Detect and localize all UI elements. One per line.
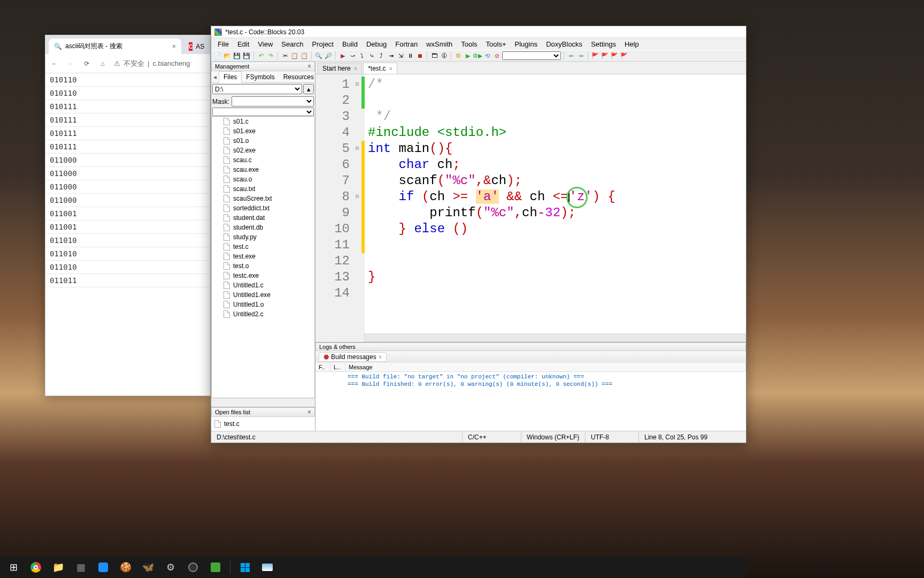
close-icon[interactable]: ×	[379, 354, 382, 360]
tab-files[interactable]: Files	[219, 71, 242, 83]
info-icon[interactable]: 🛈	[440, 51, 448, 60]
file-item[interactable]: scau.txt	[212, 184, 314, 194]
run-icon[interactable]: ▶	[464, 51, 472, 60]
file-item[interactable]: scauScree.txt	[212, 194, 314, 203]
tab-resources[interactable]: Resources	[279, 72, 318, 82]
close-icon[interactable]: ×	[307, 408, 311, 416]
tab-test-c[interactable]: *test.c ×	[363, 63, 397, 74]
hscroll[interactable]	[211, 398, 315, 407]
settings-icon[interactable]: ⚙	[160, 558, 181, 577]
task-view-icon[interactable]: ⊞	[3, 558, 24, 577]
run-to-cursor-icon[interactable]: ⤻	[348, 51, 357, 60]
replace-icon[interactable]: 🔎	[324, 51, 333, 60]
chrome-icon[interactable]	[26, 558, 46, 577]
file-item[interactable]: student.dat	[212, 213, 314, 223]
address-bar[interactable]: ⚠ 不安全 | c.biancheng	[114, 59, 206, 69]
menu-project[interactable]: Project	[308, 39, 338, 49]
app-icon[interactable]	[183, 558, 203, 577]
app-icon[interactable]: 🦋	[138, 558, 158, 577]
chrome-tab-1[interactable]: 🔍 ascii码对照表 - 搜索 ×	[49, 39, 181, 54]
path-select[interactable]: D:\	[212, 84, 302, 94]
open-files-list[interactable]: test.c	[211, 417, 315, 431]
build-icon[interactable]: ⚙	[454, 51, 463, 60]
filter-select[interactable]	[212, 108, 314, 116]
file-item[interactable]: sorteddict.txt	[212, 203, 314, 213]
new-icon[interactable]: 📄	[213, 51, 222, 60]
mask-select[interactable]	[232, 96, 314, 107]
file-item[interactable]: test.c	[212, 242, 314, 252]
menu-wxsmith[interactable]: wxSmith	[422, 39, 457, 49]
build-target-select[interactable]	[502, 51, 561, 60]
file-item[interactable]: s01.exe	[212, 126, 314, 136]
col-file[interactable]: F..	[315, 363, 330, 371]
file-list[interactable]: s01.cs01.exes01.os02.exescau.cscau.exesc…	[211, 116, 315, 398]
file-item[interactable]: study.py	[212, 232, 314, 242]
close-icon[interactable]: ×	[172, 43, 176, 50]
bookmark-prev-icon[interactable]: 🚩	[600, 51, 609, 60]
break-icon[interactable]: ⏸	[406, 51, 414, 60]
back-icon[interactable]: ←	[50, 59, 59, 69]
next-instr-icon[interactable]: ⇥	[387, 51, 395, 60]
tab-prev-icon[interactable]: ◂	[211, 73, 219, 81]
file-item[interactable]: student.db	[212, 223, 314, 232]
file-item[interactable]: scau.c	[212, 155, 314, 165]
next-line-icon[interactable]: ⤵	[358, 51, 366, 60]
reload-icon[interactable]: ⟳	[82, 59, 91, 69]
close-icon[interactable]: ×	[389, 65, 392, 72]
close-icon[interactable]: ×	[354, 65, 357, 72]
step-into-icon[interactable]: ⤷	[367, 51, 376, 60]
bookmark-icon[interactable]: 🚩	[591, 51, 599, 60]
file-item[interactable]: s01.o	[212, 136, 314, 146]
file-item[interactable]: scau.o	[212, 174, 314, 184]
file-item[interactable]: s01.c	[212, 117, 314, 126]
tab-start-here[interactable]: Start here ×	[318, 63, 362, 74]
file-item[interactable]: test.o	[212, 261, 314, 271]
prev-icon[interactable]: ⇐	[567, 51, 575, 60]
explorer-icon[interactable]: 📁	[48, 558, 68, 577]
find-icon[interactable]: 🔍	[314, 51, 323, 60]
app-icon[interactable]	[93, 558, 113, 577]
col-message[interactable]: Message	[345, 363, 746, 371]
save-all-icon[interactable]: 💾	[242, 51, 251, 60]
menu-build[interactable]: Build	[338, 39, 362, 49]
bookmark-clear-icon[interactable]: 🚩	[620, 51, 628, 60]
menu-tools[interactable]: Tools	[457, 39, 481, 49]
file-item[interactable]: test.exe	[212, 252, 314, 261]
editor-hscroll[interactable]	[315, 333, 746, 342]
fold-column[interactable]: ⊟⊟⊟	[353, 74, 361, 333]
stop-icon[interactable]: ⏹	[415, 51, 424, 60]
file-item[interactable]: Untitled2.c	[212, 309, 314, 319]
tab-build-messages[interactable]: ⬣ Build messages ×	[319, 352, 387, 362]
file-item[interactable]: testc.exe	[212, 271, 314, 280]
debug-windows-icon[interactable]: 🗔	[430, 51, 438, 60]
menu-help[interactable]: Help	[620, 39, 643, 49]
menu-edit[interactable]: Edit	[233, 39, 253, 49]
app-icon[interactable]: 🍪	[116, 558, 136, 577]
menu-view[interactable]: View	[253, 39, 277, 49]
file-item[interactable]: s02.exe	[212, 146, 314, 155]
forward-icon[interactable]: →	[66, 59, 75, 69]
bookmark-next-icon[interactable]: 🚩	[610, 51, 619, 60]
menu-search[interactable]: Search	[277, 39, 307, 49]
rebuild-icon[interactable]: ⟲	[483, 51, 491, 60]
menu-plugins[interactable]: Plugins	[511, 39, 542, 49]
debug-run-icon[interactable]: ▶	[338, 51, 347, 60]
chrome-tab-2[interactable]: C ASC	[183, 39, 205, 54]
path-up-button[interactable]: ▴	[303, 84, 314, 94]
build-run-icon[interactable]: ⚙▶	[473, 51, 482, 60]
step-out-icon[interactable]: ⤴	[377, 51, 386, 60]
start-button[interactable]	[235, 558, 255, 577]
menu-doxyblocks[interactable]: DoxyBlocks	[542, 39, 587, 49]
redo-icon[interactable]: ↷	[266, 51, 275, 60]
menu-settings[interactable]: Settings	[587, 39, 620, 49]
home-icon[interactable]: ⌂	[98, 59, 107, 69]
file-item[interactable]: Untitled1.exe	[212, 290, 314, 300]
cut-icon[interactable]: ✂	[281, 51, 289, 60]
file-item[interactable]: Untitled1.o	[212, 300, 314, 309]
undo-icon[interactable]: ↶	[257, 51, 265, 60]
step-instr-icon[interactable]: ⇲	[396, 51, 405, 60]
app-icon[interactable]	[205, 558, 226, 577]
next-icon[interactable]: ⇒	[576, 51, 585, 60]
menu-debug[interactable]: Debug	[362, 39, 391, 49]
code-content[interactable]: /* */ #include <stdio.h> int main(){ cha…	[365, 74, 746, 333]
